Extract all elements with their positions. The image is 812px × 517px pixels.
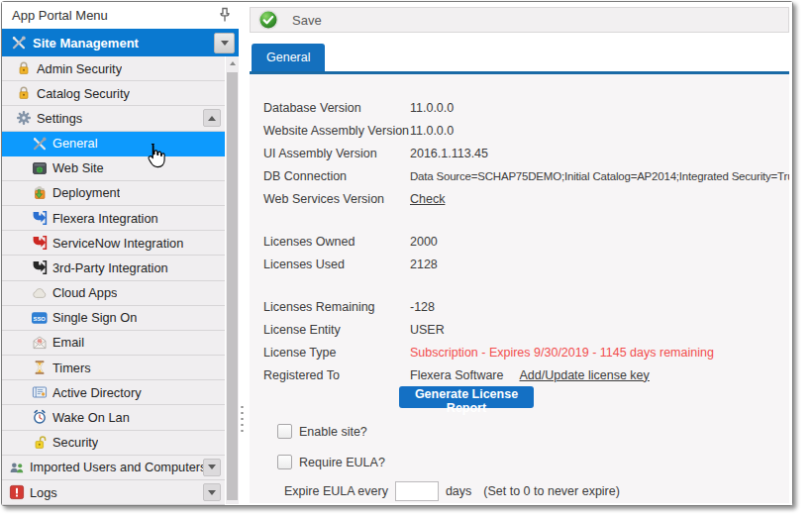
sidebar-item-label: Active Directory bbox=[52, 385, 142, 400]
sidebar-item-label: Catalog Security bbox=[37, 86, 130, 101]
field-label: Licenses Used bbox=[263, 258, 410, 271]
field-row-license-entity: License EntityUSER bbox=[263, 318, 789, 341]
lock-gold-icon bbox=[15, 60, 32, 76]
svg-text:@: @ bbox=[37, 339, 42, 344]
field-row-web-services-version: Web Services VersionCheck bbox=[263, 187, 789, 210]
sidebar-menu: Admin SecurityCatalog SecuritySettingsGe… bbox=[2, 56, 225, 505]
field-row-licenses-used: Licenses Used2128 bbox=[263, 253, 789, 275]
sidebar-item-imported-users-and-computers[interactable]: Imported Users and Computers bbox=[2, 456, 225, 480]
collapse-icon[interactable] bbox=[203, 109, 221, 127]
sidebar-item-logs[interactable]: Logs bbox=[2, 480, 225, 505]
logs-icon bbox=[8, 484, 25, 500]
sidebar-header: App Portal Menu bbox=[2, 2, 239, 29]
sidebar-item-admin-security[interactable]: Admin Security bbox=[2, 56, 225, 81]
generate-license-report-button[interactable]: Generate License Report bbox=[399, 386, 534, 408]
sidebar-item-label: Settings bbox=[37, 111, 82, 126]
sidebar: App Portal Menu Site Management A bbox=[2, 2, 239, 505]
sidebar-item-email[interactable]: @Email bbox=[2, 331, 225, 356]
field-label: Web Services Version bbox=[263, 192, 410, 206]
expand-icon[interactable] bbox=[203, 459, 221, 476]
expire-eula-note: (Set to 0 to never expire) bbox=[483, 484, 620, 498]
field-value: 2000 bbox=[410, 235, 438, 249]
save-button[interactable]: Save bbox=[250, 7, 789, 33]
enable-site-checkbox[interactable] bbox=[277, 424, 292, 439]
main-panel: Save General Database Version11.0.0.0Web… bbox=[248, 2, 792, 505]
field-value: 11.0.0.0 bbox=[410, 124, 454, 138]
check-link[interactable]: Check bbox=[410, 192, 445, 206]
expand-icon[interactable] bbox=[203, 483, 221, 501]
sidebar-item-label: Security bbox=[52, 435, 98, 450]
field-row-license-type: License TypeSubscription - Expires 9/30/… bbox=[263, 341, 789, 363]
expire-eula-row: Expire EULA every days (Set to 0 to neve… bbox=[284, 481, 789, 501]
field-label: License Type bbox=[263, 346, 410, 360]
field-label: Licenses Owned bbox=[263, 235, 410, 249]
field-row-ui-assembly-version: UI Assembly Version2016.1.113.45 bbox=[263, 142, 789, 164]
sidebar-item-deployment[interactable]: Deployment bbox=[2, 181, 225, 206]
field-label: Registered To bbox=[263, 368, 410, 382]
field-row-db-connection: DB ConnectionData Source=SCHAP75DEMO;Ini… bbox=[263, 164, 789, 187]
enable-site-row: Enable site? bbox=[277, 424, 789, 439]
field-value: 2128 bbox=[410, 258, 438, 271]
integration-black-icon bbox=[31, 259, 48, 275]
sidebar-item-label: ServiceNow Integration bbox=[52, 236, 183, 251]
require-eula-label: Require EULA? bbox=[299, 456, 385, 469]
sidebar-item-label: Imported Users and Computers bbox=[30, 460, 203, 474]
sidebar-item-general[interactable]: General bbox=[2, 132, 225, 156]
sidebar-item-cloud-apps[interactable]: Cloud Apps bbox=[2, 281, 225, 306]
enable-site-label: Enable site? bbox=[299, 425, 367, 439]
sidebar-item-catalog-security[interactable]: Catalog Security bbox=[2, 81, 225, 106]
panel-splitter-handle[interactable] bbox=[240, 404, 245, 432]
spacer bbox=[263, 210, 789, 230]
tab-label: General bbox=[266, 51, 310, 64]
require-eula-row: Require EULA? bbox=[277, 455, 789, 469]
sidebar-item-timers[interactable]: Timers bbox=[2, 356, 225, 380]
sidebar-item-security[interactable]: Security bbox=[2, 431, 225, 456]
sidebar-item-label: Timers bbox=[52, 361, 91, 375]
scrollbar-thumb[interactable] bbox=[227, 72, 238, 500]
sidebar-item-site-management[interactable]: Site Management bbox=[2, 29, 239, 56]
sidebar-item-settings[interactable]: Settings bbox=[2, 106, 225, 131]
save-check-icon bbox=[257, 9, 279, 31]
users-icon bbox=[8, 460, 25, 475]
lock-gold-icon bbox=[15, 85, 32, 101]
field-label: Database Version bbox=[263, 101, 410, 115]
fields: Database Version11.0.0.0Website Assembly… bbox=[263, 96, 789, 386]
sidebar-item-single-sign-on[interactable]: SSOSingle Sign On bbox=[2, 306, 225, 331]
sidebar-item-web-site[interactable]: Web Site bbox=[2, 156, 225, 181]
sidebar-item-active-directory[interactable]: Active Directory bbox=[2, 380, 225, 405]
sidebar-item-label: Wake On Lan bbox=[52, 410, 130, 425]
sso-icon: SSO bbox=[31, 310, 48, 326]
sidebar-item-flexera-integration[interactable]: Flexera Integration bbox=[2, 206, 225, 231]
tools-icon bbox=[10, 35, 27, 51]
sidebar-item-label: 3rd-Party Integration bbox=[52, 260, 168, 275]
expire-eula-suffix: days bbox=[446, 484, 471, 498]
field-row-website-assembly-version: Website Assembly Version11.0.0.0 bbox=[263, 119, 789, 142]
sidebar-item-3rd-party-integration[interactable]: 3rd-Party Integration bbox=[2, 256, 225, 280]
general-settings-content: Database Version11.0.0.0Website Assembly… bbox=[250, 74, 789, 503]
sidebar-item-label: Logs bbox=[30, 485, 57, 500]
require-eula-checkbox[interactable] bbox=[277, 455, 292, 469]
field-row-database-version: Database Version11.0.0.0 bbox=[263, 96, 789, 119]
tab-general[interactable]: General bbox=[252, 44, 325, 71]
alarm-clock-icon bbox=[31, 409, 48, 425]
field-label: License Entity bbox=[263, 323, 410, 337]
field-value: 2016.1.113.45 bbox=[410, 147, 488, 160]
app-portal-window: App Portal Menu Site Management A bbox=[1, 1, 793, 506]
sidebar-item-wake-on-lan[interactable]: Wake On Lan bbox=[2, 405, 225, 430]
field-row-licenses-remaining: Licenses Remaining-128 bbox=[263, 295, 789, 318]
field-value: Data Source=SCHAP75DEMO;Initial Catalog=… bbox=[410, 170, 789, 182]
field-value: -128 bbox=[410, 300, 435, 314]
sidebar-item-servicenow-integration[interactable]: ServiceNow Integration bbox=[2, 231, 225, 256]
save-button-label: Save bbox=[292, 13, 322, 28]
field-value: Subscription - Expires 9/30/2019 - 1145 … bbox=[410, 346, 714, 360]
add-update-license-key-link[interactable]: Add/Update license key bbox=[519, 368, 649, 382]
sidebar-item-label: Web Site bbox=[52, 160, 104, 175]
expire-eula-days-input[interactable] bbox=[395, 481, 439, 501]
scroll-up-icon[interactable] bbox=[226, 56, 239, 70]
field-value: 11.0.0.0 bbox=[410, 101, 454, 115]
chevron-down-icon[interactable] bbox=[214, 33, 235, 53]
pin-icon[interactable] bbox=[217, 7, 233, 25]
sidebar-scrollbar[interactable] bbox=[226, 56, 239, 504]
sidebar-item-label: Deployment bbox=[52, 185, 120, 200]
sidebar-item-label: Flexera Integration bbox=[52, 211, 158, 226]
